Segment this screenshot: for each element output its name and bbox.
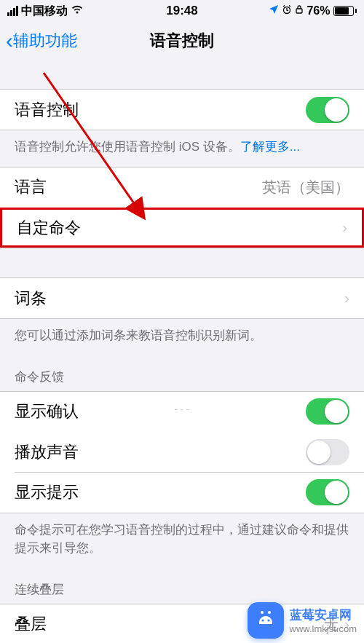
show-confirm-switch[interactable] bbox=[306, 398, 349, 425]
custom-commands-cell[interactable]: 自定命令 › bbox=[0, 208, 364, 248]
nav-bar: ‹ 辅助功能 语音控制 bbox=[0, 22, 364, 60]
vocabulary-label: 词条 bbox=[15, 288, 47, 309]
language-label: 语言 bbox=[15, 176, 47, 198]
brand-overlay: 蓝莓安卓网 www.lmkjst.com bbox=[240, 598, 364, 643]
status-time: 19:48 bbox=[0, 4, 364, 18]
svg-point-6 bbox=[267, 619, 269, 621]
play-sound-cell[interactable]: 播放声音 bbox=[0, 432, 364, 472]
svg-point-3 bbox=[261, 611, 264, 614]
show-hints-cell[interactable]: 显示提示 bbox=[0, 473, 364, 513]
play-sound-switch[interactable] bbox=[306, 439, 349, 465]
svg-point-5 bbox=[261, 619, 264, 621]
show-confirm-cell[interactable]: 显示确认 bbox=[0, 392, 364, 432]
voice-control-cell[interactable]: 语音控制 bbox=[0, 90, 364, 130]
vocabulary-cell[interactable]: 词条 › bbox=[0, 278, 364, 318]
status-bar: 中国移动 19:48 76% bbox=[0, 0, 364, 22]
voice-control-switch[interactable] bbox=[306, 97, 349, 123]
feedback-footer: 命令提示可在您学习语音控制的过程中，通过建议命令和提供提示来引导您。 bbox=[0, 513, 364, 568]
custom-commands-label: 自定命令 bbox=[17, 217, 81, 239]
learn-more-link[interactable]: 了解更多... bbox=[240, 140, 300, 154]
language-cell[interactable]: 语言 英语（美国） bbox=[0, 167, 364, 208]
battery-icon bbox=[333, 6, 357, 16]
vocabulary-footer: 您可以通过添加词条来教语音控制识别新词。 bbox=[0, 319, 364, 355]
svg-point-4 bbox=[268, 611, 271, 614]
show-hints-switch[interactable] bbox=[306, 479, 349, 505]
play-sound-label: 播放声音 bbox=[15, 441, 79, 463]
show-confirm-label: 显示确认 bbox=[15, 401, 79, 422]
voice-control-footer: 语音控制允许您使用语音控制 iOS 设备。了解更多... bbox=[0, 130, 364, 167]
language-value: 英语（美国） bbox=[262, 178, 349, 197]
voice-control-label: 语音控制 bbox=[15, 99, 79, 121]
brand-url: www.lmkjst.com bbox=[290, 623, 357, 634]
overlay-label: 叠层 bbox=[15, 613, 47, 635]
brand-name: 蓝莓安卓网 bbox=[290, 607, 357, 623]
show-hints-label: 显示提示 bbox=[15, 481, 79, 503]
brand-icon bbox=[248, 602, 284, 639]
chevron-right-icon: › bbox=[344, 290, 349, 307]
page-title: 语音控制 bbox=[0, 30, 364, 52]
feedback-header: 命令反馈 bbox=[0, 355, 364, 391]
chevron-right-icon: › bbox=[342, 219, 347, 236]
